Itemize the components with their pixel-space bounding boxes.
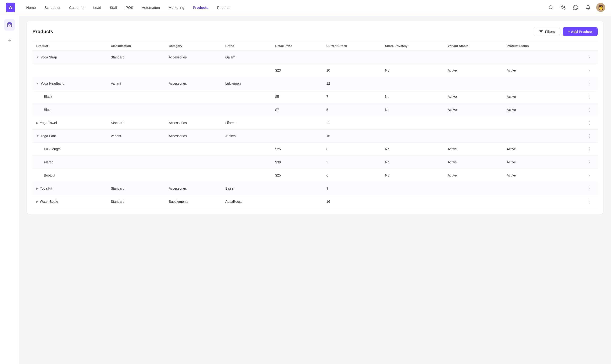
phone-icon — [561, 5, 566, 10]
share-privately-cell — [381, 77, 444, 90]
col-header-share-privately: Share Privately — [381, 41, 444, 51]
actions-cell: ⋮ — [565, 182, 598, 195]
table-row: Full-Length$256NoActiveActive⋮ — [32, 143, 598, 156]
classification-cell: Variant — [107, 77, 165, 90]
table-header-row: ProductClassificationCategoryBrandRetail… — [32, 41, 598, 51]
more-options-button[interactable]: ⋮ — [586, 132, 594, 140]
sidebar-products-icon[interactable] — [4, 19, 15, 30]
brand-cell — [222, 64, 271, 77]
share-privately-cell: No — [381, 90, 444, 103]
brand-cell — [222, 156, 271, 169]
nav-link-pos[interactable]: POS — [122, 4, 137, 12]
current-stock-cell: 16 — [323, 195, 381, 208]
col-header-actions — [565, 41, 598, 51]
category-cell: Accessories — [165, 130, 222, 143]
phone-button[interactable] — [559, 3, 568, 12]
more-options-button[interactable]: ⋮ — [586, 106, 594, 113]
classification-cell — [107, 64, 165, 77]
nav-link-marketing[interactable]: Marketing — [165, 4, 188, 12]
nav-icons: 👩 — [546, 3, 605, 12]
search-icon — [548, 5, 553, 10]
col-header-category: Category — [165, 41, 222, 51]
product-name: Flared — [44, 160, 53, 164]
retail-price-cell — [271, 51, 322, 64]
product-status-cell: Active — [503, 156, 565, 169]
nav-link-customer[interactable]: Customer — [66, 4, 88, 12]
variant-status-cell — [444, 51, 503, 64]
filters-button[interactable]: Filters — [534, 27, 560, 36]
variant-status-cell — [444, 182, 503, 195]
whatsapp-button[interactable] — [571, 3, 580, 12]
share-privately-cell — [381, 130, 444, 143]
panel-title: Products — [32, 29, 53, 34]
variant-status-cell — [444, 117, 503, 130]
actions-cell: ⋮ — [565, 51, 598, 64]
brand-cell: Sissel — [222, 182, 271, 195]
nav-link-reports[interactable]: Reports — [214, 4, 233, 12]
search-button[interactable] — [546, 3, 555, 12]
more-options-button[interactable]: ⋮ — [586, 119, 594, 126]
logo[interactable]: W — [6, 3, 15, 12]
actions-cell: ⋮ — [565, 195, 598, 208]
product-status-cell: Active — [503, 90, 565, 103]
nav-link-scheduler[interactable]: Scheduler — [41, 4, 64, 12]
category-cell — [165, 169, 222, 182]
more-options-button[interactable]: ⋮ — [586, 93, 594, 100]
product-name-cell: ▼Yoga Strap — [32, 51, 107, 64]
category-cell: Accessories — [165, 77, 222, 90]
current-stock-cell: 5 — [323, 103, 381, 117]
sidebar-collapse-button[interactable] — [5, 36, 14, 45]
nav-link-staff[interactable]: Staff — [106, 4, 120, 12]
notifications-button[interactable] — [584, 3, 592, 12]
nav-link-lead[interactable]: Lead — [90, 4, 105, 12]
retail-price-cell: $7 — [271, 103, 322, 117]
product-status-cell — [503, 182, 565, 195]
more-options-button[interactable]: ⋮ — [586, 67, 594, 74]
col-header-retail-price: Retail Price — [271, 41, 322, 51]
share-privately-cell: No — [381, 156, 444, 169]
classification-cell — [107, 103, 165, 117]
main-layout: Products Filters + Add Product — [0, 15, 611, 364]
expand-icon[interactable]: ▼ — [36, 56, 39, 59]
product-status-cell — [503, 117, 565, 130]
table-row: ▶Yoga KitStandardAccessoriesSissel9⋮ — [32, 182, 598, 195]
expand-icon[interactable]: ▶ — [36, 121, 39, 125]
variant-status-cell: Active — [444, 169, 503, 182]
bell-icon — [586, 5, 590, 10]
actions-cell: ⋮ — [565, 156, 598, 169]
expand-icon[interactable]: ▶ — [36, 200, 39, 203]
actions-cell: ⋮ — [565, 90, 598, 103]
more-options-button[interactable]: ⋮ — [586, 159, 594, 166]
table-row: Flared$303NoActiveActive⋮ — [32, 156, 598, 169]
share-privately-cell: No — [381, 169, 444, 182]
variant-status-cell — [444, 77, 503, 90]
expand-icon[interactable]: ▶ — [36, 187, 39, 190]
product-name-cell: Blue — [32, 103, 107, 117]
more-options-button[interactable]: ⋮ — [586, 172, 594, 179]
nav-link-automation[interactable]: Automation — [138, 4, 163, 12]
retail-price-cell — [271, 195, 322, 208]
table-row: ▼Yoga StrapStandardAccessoriesGaiam⋮ — [32, 51, 598, 64]
expand-icon[interactable]: ▼ — [36, 134, 39, 138]
panel-header: Products Filters + Add Product — [32, 27, 598, 36]
more-options-button[interactable]: ⋮ — [586, 198, 594, 205]
nav-link-products[interactable]: Products — [189, 4, 212, 12]
expand-icon[interactable]: ▼ — [36, 82, 39, 85]
table-row: ▼Yoga HeadbandVariantAccessoriesLululemo… — [32, 77, 598, 90]
more-options-button[interactable]: ⋮ — [586, 185, 594, 192]
more-options-button[interactable]: ⋮ — [586, 54, 594, 61]
product-status-cell: Active — [503, 169, 565, 182]
current-stock-cell: 12 — [323, 77, 381, 90]
add-product-button[interactable]: + Add Product — [563, 27, 598, 36]
shopping-bag-icon — [7, 22, 12, 27]
nav-links: HomeSchedulerCustomerLeadStaffPOSAutomat… — [23, 4, 546, 12]
brand-cell — [222, 90, 271, 103]
nav-link-home[interactable]: Home — [23, 4, 39, 12]
avatar[interactable]: 👩 — [596, 3, 605, 12]
category-cell: Supplements — [165, 195, 222, 208]
product-name-cell: Flared — [32, 156, 107, 169]
whatsapp-icon — [573, 5, 578, 10]
more-options-button[interactable]: ⋮ — [586, 80, 594, 87]
variant-status-cell: Active — [444, 103, 503, 117]
more-options-button[interactable]: ⋮ — [586, 145, 594, 153]
